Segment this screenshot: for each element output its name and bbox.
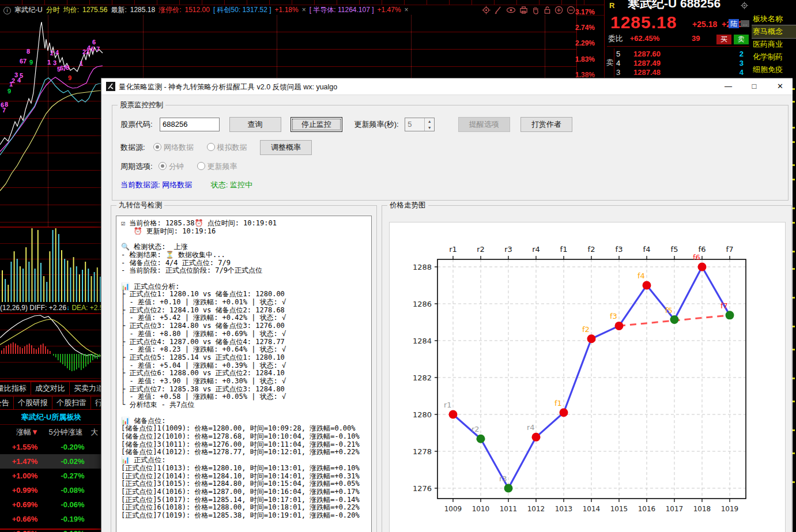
sell-queue-label: 卖 xyxy=(606,48,614,77)
gear-icon[interactable] xyxy=(482,6,491,14)
tab-量比指标[interactable]: 量比指标 xyxy=(0,382,31,395)
macd-params: (12,26,9) DIFF: +2.26 xyxy=(0,304,66,312)
eye-icon[interactable] xyxy=(506,6,516,14)
signal-detect-group: 九转信号检测 ☑ 当前价格: 1285.38⏰ 点位时间: 10:19:01 ⏰… xyxy=(111,205,377,532)
quote-panel: R 寒武纪-U 688256 1285.18 +25.18 +2.00% 陆 …… xyxy=(604,0,752,78)
close-index2-icon[interactable]: × xyxy=(405,6,409,14)
sell-queue-row: 51287.602 xyxy=(615,50,750,59)
point-label: f4 xyxy=(637,271,645,280)
freq-spinner[interactable]: 5 ▲▼ xyxy=(405,118,435,131)
zoom-in-icon[interactable] xyxy=(554,6,563,14)
code-label: 股票代码: xyxy=(120,120,153,129)
right-edge-sliver xyxy=(793,78,796,532)
svg-text:f4: f4 xyxy=(643,245,651,254)
turn-signal-number: 8 xyxy=(66,64,69,71)
macd-pane xyxy=(0,314,104,380)
svg-text:1011: 1011 xyxy=(500,505,518,513)
printer-icon[interactable] xyxy=(519,6,528,14)
turn-signal-number: 8 xyxy=(27,48,30,55)
close-index1-icon[interactable]: × xyxy=(302,6,306,14)
svg-text:f7: f7 xyxy=(726,245,734,254)
axis-percent: 2.29% xyxy=(575,39,603,48)
board-row[interactable]: +1.00%-0.27% xyxy=(0,469,103,483)
sector-item[interactable]: 赛马概念 xyxy=(752,25,796,38)
svg-text:1019: 1019 xyxy=(721,505,739,513)
point-label: r3 xyxy=(499,474,507,483)
tab-公告[interactable]: 公告 xyxy=(0,396,14,410)
sector-item[interactable]: 化学制药 xyxy=(752,51,796,63)
axis-percent: 2.74% xyxy=(575,24,603,32)
signal-log[interactable]: ☑ 当前价格: 1285.38⏰ 点位时间: 10:19:01 ⏰ 更新时间: … xyxy=(116,216,372,532)
board-row[interactable]: +0.99%-0.08% xyxy=(0,483,103,497)
sector-item[interactable]: 细胞免疫 xyxy=(752,63,796,76)
board-row[interactable]: +0.69%-0.06% xyxy=(0,497,103,512)
pen-icon[interactable] xyxy=(494,6,503,14)
monitor-status: 状态: 监控中 xyxy=(211,180,252,189)
turn-signal-number: 2 xyxy=(50,50,54,56)
board-column-header: 涨幅▼ 5分钟涨速 大 xyxy=(0,425,103,440)
lock-icon[interactable] xyxy=(544,6,551,14)
board-row[interactable]: +0.66%-0.19% xyxy=(0,512,103,526)
quote-gear-icon[interactable] xyxy=(741,1,748,12)
donate-button[interactable]: 打赏作者 xyxy=(520,117,572,132)
point-label: f3 xyxy=(610,312,617,320)
radio-sim-data[interactable]: 模拟数据 xyxy=(207,142,258,152)
radio-minute[interactable]: 分钟 xyxy=(159,161,194,171)
maximize-button[interactable]: □ xyxy=(741,78,767,95)
turn-signal-number: 4 xyxy=(17,77,21,84)
svg-text:1284: 1284 xyxy=(413,337,432,345)
query-button[interactable]: 查询 xyxy=(229,117,281,132)
quote-title: 寒武纪-U 688256 xyxy=(628,0,743,12)
tab-个股研报[interactable]: 个股研报 xyxy=(13,396,52,410)
board-row[interactable]: +1.55%-0.20% xyxy=(0,440,103,454)
board-header: 寒武纪-U所属板块 xyxy=(0,410,103,425)
more-icon[interactable]: … xyxy=(741,20,749,27)
radio-update-freq[interactable]: 更新频率 xyxy=(197,161,248,171)
price-chart-group: 价格走势图 12761278128012821284128612881009r1… xyxy=(382,205,792,532)
minimize-button[interactable]: — xyxy=(715,78,741,95)
tab-买卖力道[interactable]: 买卖力道 xyxy=(69,382,103,395)
stock-code-input[interactable] xyxy=(160,118,220,131)
buy-button[interactable]: 买 xyxy=(716,35,731,44)
last-price: 1285.18 xyxy=(130,6,155,14)
point-label: f6 xyxy=(693,253,700,262)
svg-text:f6: f6 xyxy=(699,245,706,254)
point-label: r1 xyxy=(444,401,452,409)
bottom-divider xyxy=(0,529,103,530)
turn-signal-number: 1 xyxy=(9,81,13,88)
tab-成交对比[interactable]: 成交对比 xyxy=(31,382,70,395)
weibi-value: +62.45% xyxy=(630,34,660,43)
sort-desc-icon[interactable]: ▼ xyxy=(31,428,39,436)
toolbar-icons xyxy=(482,5,580,15)
sector-item[interactable]: 医药商业 xyxy=(752,38,796,51)
svg-text:r1: r1 xyxy=(449,245,457,254)
sector-board-panel: 量比指标成交对比买卖力道 公告个股研报个股扫雷行业 寒武纪-U所属板块 涨幅▼ … xyxy=(0,382,103,532)
svg-text:1015: 1015 xyxy=(610,505,628,513)
radio-network-data[interactable]: 网络数据 xyxy=(153,142,204,152)
zoom-out-icon[interactable] xyxy=(567,6,575,14)
app-icon xyxy=(106,82,115,91)
current-source-status: 当前数据源: 网络数据 xyxy=(120,180,192,189)
info-icon: i xyxy=(3,7,11,14)
board-row[interactable]: +1.47%-0.02% xyxy=(0,454,103,469)
spinner-arrows[interactable]: ▲▼ xyxy=(424,118,434,131)
close-button[interactable]: ✕ xyxy=(767,78,793,95)
adjust-probability-button[interactable]: 调整概率 xyxy=(260,140,312,155)
index2[interactable]: [ 半导体: 11264.107 ] xyxy=(310,6,374,14)
tab-个股扫雷[interactable]: 个股扫雷 xyxy=(52,396,91,410)
turn-signal-number: 7 xyxy=(2,107,6,114)
mode-label[interactable]: 分时 xyxy=(46,6,60,14)
index1[interactable]: [ 科创50: 1317.52 ] xyxy=(213,6,271,14)
stop-monitor-button[interactable]: 停止监控 xyxy=(291,117,342,132)
sector-header[interactable]: 板块名称 xyxy=(752,13,796,25)
turn-signal-number: 5 xyxy=(91,46,95,52)
hand-icon[interactable] xyxy=(531,6,540,14)
dialog-titlebar[interactable]: 量化策略监测 - 神奇九转策略分析提醒工具 v2.0 反馈问题 wx: yual… xyxy=(101,78,793,95)
svg-text:f3: f3 xyxy=(616,245,623,254)
sell-button[interactable]: 卖 xyxy=(734,35,749,44)
down-arrow-icon: ↓ xyxy=(66,304,70,312)
svg-text:1280: 1280 xyxy=(413,410,432,419)
point-label: f7 xyxy=(720,301,728,310)
monitor-control-group: 股票监控控制 股票代码: 查询 停止监控 更新频率(秒): 5 ▲▼ 提醒选项 … xyxy=(112,105,789,201)
svg-text:1010: 1010 xyxy=(472,505,490,513)
